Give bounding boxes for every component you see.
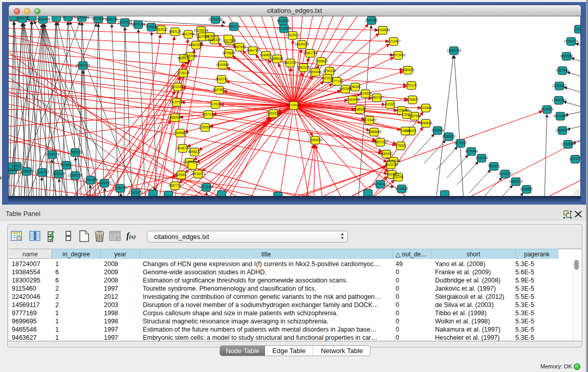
svg-text:16058: 16058 (205, 34, 214, 38)
svg-text:4498222: 4498222 (188, 150, 201, 154)
svg-text:9115460: 9115460 (420, 106, 432, 110)
svg-text:62160: 62160 (385, 102, 395, 106)
svg-text:14099489: 14099489 (182, 160, 197, 164)
svg-text:1588520: 1588520 (271, 57, 284, 60)
svg-text:3875685: 3875685 (223, 51, 235, 55)
svg-text:16961758: 16961758 (303, 51, 318, 55)
svg-text:9896012: 9896012 (178, 56, 190, 60)
svg-text:15751074: 15751074 (564, 39, 579, 43)
svg-text:8990448: 8990448 (309, 70, 322, 74)
svg-text:16914479: 16914479 (191, 172, 206, 176)
svg-text:1615132: 1615132 (385, 163, 398, 166)
svg-text:16648784: 16648784 (447, 49, 462, 52)
svg-text:8215955: 8215955 (541, 107, 554, 111)
svg-text:16120746: 16120746 (386, 159, 401, 163)
svg-text:12213383: 12213383 (170, 85, 185, 89)
svg-text:19384554: 19384554 (308, 138, 323, 142)
svg-text:19654985: 19654985 (168, 116, 183, 119)
svg-text:10973493: 10973493 (391, 53, 406, 57)
svg-text:6479197: 6479197 (454, 141, 467, 145)
svg-text:2867608: 2867608 (233, 45, 246, 49)
svg-text:1527602: 1527602 (92, 17, 105, 20)
svg-text:21364456: 21364456 (345, 98, 360, 101)
svg-text:12444156: 12444156 (552, 98, 567, 102)
svg-text:1167533: 1167533 (569, 157, 580, 161)
svg-text:18300295: 18300295 (266, 112, 281, 115)
svg-text:19166825: 19166825 (173, 131, 188, 135)
svg-text:9227349: 9227349 (556, 69, 569, 72)
svg-text:2639154: 2639154 (9, 168, 19, 171)
svg-text:20206578: 20206578 (45, 152, 60, 156)
svg-text:9975857: 9975857 (60, 163, 73, 167)
svg-text:7485005: 7485005 (402, 68, 415, 72)
svg-text:8938923: 8938923 (443, 135, 455, 138)
svg-text:16543382: 16543382 (189, 43, 204, 47)
svg-text:9242848: 9242848 (216, 63, 229, 67)
svg-text:9327508: 9327508 (224, 39, 236, 42)
svg-text:11156829: 11156829 (19, 169, 34, 173)
svg-text:10807487: 10807487 (369, 96, 384, 99)
svg-text:9657771: 9657771 (169, 184, 182, 187)
svg-text:2644: 2644 (403, 113, 411, 116)
svg-text:17016504: 17016504 (561, 142, 576, 146)
svg-text:7986322: 7986322 (354, 107, 366, 111)
svg-text:10688609: 10688609 (367, 130, 382, 134)
svg-text:1640954: 1640954 (431, 128, 444, 132)
svg-text:7632621: 7632621 (488, 164, 500, 168)
svg-text:6966160: 6966160 (105, 17, 118, 21)
svg-text:10977179: 10977179 (61, 16, 76, 18)
svg-text:9699695: 9699695 (420, 121, 432, 125)
svg-text:6794028: 6794028 (323, 69, 336, 73)
svg-text:14055712: 14055712 (15, 16, 30, 20)
svg-text:2935114: 2935114 (475, 156, 488, 160)
svg-text:13958107: 13958107 (97, 181, 112, 185)
svg-text:16782759: 16782759 (113, 186, 128, 190)
svg-text:18807249: 18807249 (373, 140, 388, 144)
svg-text:16053389: 16053389 (208, 17, 223, 21)
svg-text:9474444: 9474444 (465, 149, 478, 153)
svg-text:16210643: 16210643 (553, 114, 568, 118)
svg-text:16107554: 16107554 (169, 100, 184, 104)
svg-text:12505135: 12505135 (68, 173, 83, 177)
svg-text:8471676: 8471676 (499, 172, 512, 176)
svg-text:9146821: 9146821 (260, 53, 273, 57)
svg-text:14325419: 14325419 (286, 33, 300, 37)
svg-text:15692971: 15692971 (555, 128, 570, 132)
svg-text:2803144: 2803144 (215, 77, 228, 81)
svg-text:17957255: 17957255 (83, 178, 98, 182)
svg-text:8186328: 8186328 (208, 38, 221, 41)
svg-text:9329966: 9329966 (560, 54, 573, 58)
svg-text:15716485: 15716485 (199, 185, 214, 189)
svg-text:8912954: 8912954 (182, 32, 195, 36)
svg-text:14136141: 14136141 (373, 182, 388, 186)
svg-text:252254: 252254 (393, 175, 404, 179)
svg-text:1145194: 1145194 (53, 172, 66, 176)
svg-text:15720407: 15720407 (362, 118, 377, 122)
svg-text:9245652: 9245652 (520, 187, 533, 191)
svg-text:21065328: 21065328 (75, 16, 90, 19)
svg-text:7625402: 7625402 (175, 173, 188, 177)
svg-text:5322037: 5322037 (284, 61, 297, 64)
svg-text:10719155: 10719155 (118, 20, 133, 24)
svg-text:12093852: 12093852 (552, 84, 567, 87)
svg-text:10654112: 10654112 (509, 180, 523, 183)
svg-text:417006: 417006 (210, 102, 221, 106)
svg-text:17359928: 17359928 (68, 150, 83, 154)
svg-text:10025433: 10025433 (395, 108, 409, 112)
svg-text:3624554: 3624554 (359, 92, 372, 95)
svg-text:19651: 19651 (401, 129, 410, 133)
svg-text:751125: 751125 (406, 83, 417, 87)
svg-text:16154838: 16154838 (376, 28, 390, 32)
svg-text:9777169: 9777169 (331, 79, 343, 83)
svg-text:20691406: 20691406 (36, 17, 51, 21)
svg-text:10046738: 10046738 (176, 146, 190, 150)
svg-text:1362615: 1362615 (297, 65, 310, 69)
svg-text:8813054: 8813054 (277, 19, 290, 23)
svg-text:3267130: 3267130 (202, 113, 215, 116)
svg-text:975692: 975692 (395, 144, 406, 147)
svg-text:335001: 335001 (11, 164, 23, 168)
svg-text:12213967: 12213967 (386, 39, 401, 43)
svg-text:1253627: 1253627 (406, 98, 419, 101)
svg-text:7663822: 7663822 (155, 28, 168, 31)
svg-text:9660124: 9660124 (169, 30, 182, 33)
